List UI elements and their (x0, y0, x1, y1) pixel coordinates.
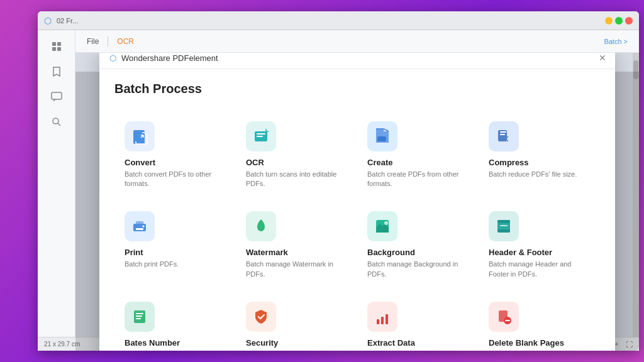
topbar-divider (108, 36, 108, 47)
batch-desc-compress: Batch reduce PDFs' file size. (489, 170, 590, 179)
svg-rect-23 (497, 229, 510, 233)
batch-icon-extract-data (367, 302, 397, 332)
file-menu[interactable]: File (83, 36, 103, 47)
batch-item-print[interactable]: Print Batch print PDFs. (114, 201, 236, 292)
svg-line-6 (58, 123, 60, 126)
svg-rect-14 (500, 134, 505, 135)
svg-rect-24 (500, 225, 508, 226)
batch-title-extract-data: Extract Data (367, 338, 469, 348)
batch-desc-bates-number: Batch manage Bates Number in PDFs. (125, 350, 226, 351)
svg-rect-9 (257, 133, 265, 134)
topbar: File OCR Batch > (75, 30, 639, 53)
batch-desc-background: Batch manage Background in PDFs. (367, 260, 469, 279)
batch-title-create: Create (367, 158, 469, 167)
batch-title-background: Background (367, 248, 469, 257)
batch-desc-watermark: Batch manage Watermark in PDFs. (246, 260, 347, 279)
batch-item-watermark[interactable]: Watermark Batch manage Watermark in PDFs… (236, 201, 357, 292)
svg-rect-26 (136, 313, 143, 314)
batch-desc-print: Batch print PDFs. (125, 260, 226, 269)
batch-icon-convert (125, 121, 155, 151)
batch-title-compress: Compress (489, 158, 590, 167)
batch-item-compress[interactable]: Compress Batch reduce PDFs' file size. (479, 111, 600, 202)
maximize-button[interactable] (615, 17, 623, 25)
batch-title-delete-blank: Delete Blank Pages (489, 338, 590, 348)
svg-rect-11 (377, 136, 386, 141)
batch-title-watermark: Watermark (246, 248, 347, 257)
svg-rect-13 (500, 131, 506, 133)
batch-desc-convert: Batch convert PDFs to other formats. (125, 170, 226, 189)
svg-rect-2 (52, 47, 56, 51)
svg-rect-17 (136, 228, 143, 230)
batch-icon-compress (489, 121, 519, 151)
outer-titlebar: ⬡ 02 Fr... (38, 11, 639, 30)
svg-point-18 (143, 226, 145, 228)
svg-rect-0 (52, 42, 56, 46)
batch-desc-header-footer: Batch manage Header and Footer in PDFs. (489, 260, 590, 279)
batch-title-bates-number: Bates Number (125, 338, 226, 348)
close-button[interactable] (625, 17, 633, 25)
outer-window-title: 02 Fr... (57, 17, 605, 25)
batch-icon-create (367, 121, 397, 151)
svg-rect-10 (257, 136, 263, 137)
svg-rect-30 (381, 317, 384, 324)
batch-icon-delete-blank (489, 302, 519, 332)
dialog-app-icon: ⬡ (109, 53, 116, 63)
app-area: File OCR Batch > ⬡ Wondershare (38, 30, 639, 351)
svg-rect-3 (57, 47, 61, 51)
svg-rect-1 (57, 42, 61, 46)
batch-item-convert[interactable]: Convert Batch convert PDFs to other form… (114, 111, 236, 202)
sidebar-item-pages[interactable] (45, 35, 68, 58)
batch-desc-extract-data: Batch extract data from PDFs. (367, 350, 469, 351)
sidebar (38, 30, 75, 351)
batch-icon-header-footer (489, 211, 519, 241)
batch-title-header-footer: Header & Footer (489, 248, 590, 257)
outer-window: ⬡ 02 Fr... (38, 11, 639, 351)
svg-rect-22 (497, 220, 510, 223)
window-controls (605, 17, 633, 25)
dialog-titlebar: ⬡ Wondershare PDFelement ✕ (99, 53, 615, 69)
batch-item-delete-blank[interactable]: Delete Blank Pages Batch delete blank pa… (479, 292, 600, 351)
dialog-heading: Batch Process (114, 82, 600, 96)
batch-desc-ocr: Batch turn scans into editable PDFs. (246, 170, 347, 189)
batch-grid: Convert Batch convert PDFs to other form… (114, 111, 600, 351)
sidebar-item-search[interactable] (45, 111, 68, 133)
dialog-body: Batch Process Convert Batch convert PDFs… (99, 69, 615, 351)
batch-item-header-footer[interactable]: Header & Footer Batch manage Header and … (479, 201, 600, 292)
dialog-title: Wondershare PDFelement (121, 53, 218, 63)
batch-icon-background (367, 211, 397, 241)
app-icon: ⬡ (44, 16, 52, 26)
page-size: 21 x 29.7 cm (44, 341, 80, 348)
batch-item-extract-data[interactable]: Extract Data Batch extract data from PDF… (357, 292, 479, 351)
svg-point-5 (53, 118, 58, 124)
batch-item-ocr[interactable]: OCR Batch turn scans into editable PDFs. (236, 111, 357, 202)
batch-icon-security (246, 302, 276, 332)
batch-icon-bates-number (125, 302, 155, 332)
batch-item-create[interactable]: Create Batch create PDFs from other form… (357, 111, 479, 202)
batch-process-dialog: ⬡ Wondershare PDFelement ✕ Batch Process (99, 53, 615, 351)
batch-icon-ocr (246, 121, 276, 151)
batch-title-convert: Convert (125, 158, 226, 167)
batch-title-print: Print (125, 248, 226, 257)
svg-rect-28 (136, 318, 141, 319)
content-area: File OCR Batch > ⬡ Wondershare (75, 30, 639, 351)
batch-item-security[interactable]: Security Batch add the security policy i… (236, 292, 357, 351)
document-area: ⬡ Wondershare PDFelement ✕ Batch Process (75, 53, 639, 351)
svg-rect-27 (136, 315, 142, 317)
batch-button[interactable]: Batch > (600, 36, 631, 47)
minimize-button[interactable] (605, 17, 613, 25)
ocr-button[interactable]: OCR (113, 36, 138, 47)
sidebar-item-bookmark[interactable] (45, 60, 68, 83)
batch-title-security: Security (246, 338, 347, 348)
svg-rect-29 (377, 319, 379, 324)
batch-title-ocr: OCR (246, 158, 347, 167)
svg-rect-16 (136, 221, 143, 225)
sidebar-item-comment[interactable] (45, 85, 68, 108)
batch-item-bates-number[interactable]: Bates Number Batch manage Bates Number i… (114, 292, 236, 351)
dialog-close-button[interactable]: ✕ (596, 53, 609, 64)
batch-icon-print (125, 211, 155, 241)
batch-item-background[interactable]: Background Batch manage Background in PD… (357, 201, 479, 292)
svg-rect-4 (52, 92, 62, 99)
batch-desc-create: Batch create PDFs from other formats. (367, 170, 469, 189)
batch-icon-watermark (246, 211, 276, 241)
svg-point-20 (384, 221, 388, 225)
